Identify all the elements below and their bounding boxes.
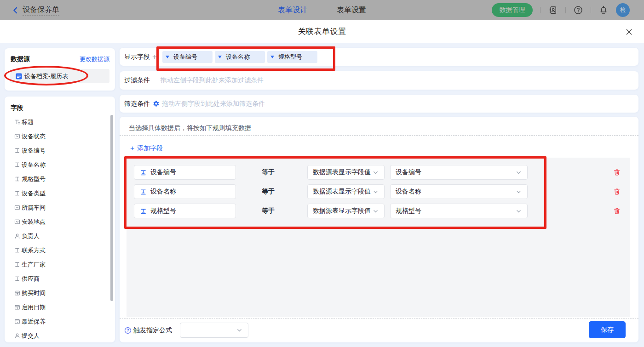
- field-list-item[interactable]: 设备名称: [5, 158, 115, 172]
- field-item-label: 设备类型: [22, 189, 46, 198]
- display-field-tag-label: 设备编号: [173, 53, 197, 61]
- filter-condition-section: 过滤条件 拖动左侧字段到此处来添加过滤条件: [120, 71, 638, 90]
- contacts-icon[interactable]: [548, 5, 558, 15]
- topbar-right: 数据管理 检: [492, 0, 630, 20]
- field-item-label: 所属车间: [22, 204, 46, 212]
- display-fields-label: 显示字段: [124, 48, 150, 66]
- rule-value-value: 设备名称: [396, 188, 421, 196]
- field-list: 标题 设备状态 设备编号 设备名称 规格型号 设备类型 所属车间 安装地点 负责…: [5, 115, 115, 342]
- caret-down-icon: [270, 56, 274, 58]
- fields-title: 字段: [11, 104, 23, 112]
- fields-scrollbar[interactable]: [110, 115, 113, 301]
- data-manage-button[interactable]: 数据管理: [492, 3, 533, 17]
- modal-title: 关联表单设置: [0, 20, 644, 43]
- field-list-item[interactable]: 设备编号: [5, 143, 115, 158]
- add-field-label: 添加字段: [137, 144, 163, 153]
- field-list-item[interactable]: 启用日期: [5, 300, 115, 314]
- divider: [591, 7, 591, 13]
- field-list-item[interactable]: 负责人: [5, 229, 115, 243]
- modal-header: 关联表单设置: [0, 20, 644, 43]
- select-field-icon: [14, 133, 20, 140]
- delete-rule-icon[interactable]: [613, 188, 621, 195]
- field-item-label: 安装地点: [22, 218, 46, 226]
- fill-rule-row: 规格型号 等于 数据源表显示字段值 规格型号: [126, 204, 630, 218]
- rule-field-input[interactable]: 设备名称: [134, 184, 236, 199]
- change-datasource-link[interactable]: 更改数据源: [80, 55, 109, 63]
- help-icon[interactable]: [573, 5, 583, 15]
- plus-icon: +: [130, 144, 134, 153]
- rule-value-select[interactable]: 设备编号: [390, 165, 528, 180]
- rule-source-select[interactable]: 数据源表显示字段值: [307, 165, 385, 180]
- save-button[interactable]: 保存: [589, 321, 626, 338]
- chevron-down-icon: [373, 170, 379, 176]
- rule-field-label: 设备名称: [150, 188, 176, 196]
- rule-field-input[interactable]: 规格型号: [134, 204, 236, 218]
- rule-value-value: 规格型号: [396, 207, 421, 215]
- add-display-field-button[interactable]: +: [152, 48, 157, 66]
- fill-rules-section: 当选择具体数据后，将按如下规则填充数据 + 添加字段 设备编号 等于 数据源表显…: [120, 117, 638, 342]
- bell-icon[interactable]: [598, 5, 609, 15]
- user-field-icon: [14, 233, 20, 239]
- rule-operator: 等于: [262, 184, 275, 199]
- add-field-button[interactable]: + 添加字段: [130, 144, 163, 153]
- filter-condition-placeholder[interactable]: 拖动左侧字段到此处来添加过滤条件: [161, 76, 264, 85]
- caret-down-icon: [166, 56, 169, 58]
- avatar[interactable]: 检: [616, 3, 630, 17]
- tab-form-design[interactable]: 表单设计: [278, 6, 307, 15]
- gear-icon[interactable]: [153, 100, 160, 108]
- rule-value-select[interactable]: 规格型号: [390, 204, 528, 218]
- tab-form-settings[interactable]: 表单设置: [337, 6, 366, 15]
- close-icon[interactable]: [625, 28, 632, 35]
- field-list-item[interactable]: 提交人: [5, 329, 115, 342]
- chevron-down-icon: [516, 170, 522, 176]
- date-field-icon: [14, 304, 20, 311]
- rule-field-input[interactable]: 设备编号: [134, 165, 236, 180]
- field-list-item[interactable]: 联系方式: [5, 243, 115, 257]
- rule-field-label: 规格型号: [150, 207, 176, 215]
- display-field-tag[interactable]: 设备名称: [215, 51, 265, 63]
- field-item-label: 设备状态: [22, 132, 46, 141]
- rule-value-select[interactable]: 设备名称: [390, 184, 528, 199]
- datasource-panel: 数据源 更改数据源 设备档案-履历表: [5, 48, 115, 91]
- field-list-item[interactable]: 设备状态: [5, 129, 115, 143]
- rule-source-select[interactable]: 数据源表显示字段值: [307, 184, 385, 199]
- field-item-label: 规格型号: [22, 175, 46, 183]
- rules-panel: 设备编号 等于 数据源表显示字段值 设备编号 设备名称 等于 数据源表: [126, 158, 630, 317]
- field-item-label: 联系方式: [22, 246, 46, 255]
- field-list-item[interactable]: 标题: [5, 115, 115, 129]
- text-field-icon: [14, 176, 20, 182]
- filter-condition-label: 过滤条件: [124, 76, 150, 85]
- text-field-icon: [14, 247, 20, 254]
- rule-operator: 等于: [262, 165, 275, 180]
- screen-condition-placeholder[interactable]: 拖动左侧字段到此处来添加筛选条件: [162, 100, 265, 108]
- formula-label: 触发指定公式: [133, 319, 172, 342]
- formula-help-icon[interactable]: [124, 327, 132, 334]
- fill-rule-row: 设备名称 等于 数据源表显示字段值 设备名称: [126, 184, 630, 199]
- delete-rule-icon[interactable]: [613, 207, 621, 215]
- topbar: 设备保养单 表单设计 表单设置 数据管理 检: [0, 0, 644, 20]
- display-field-tag[interactable]: 设备编号: [162, 51, 213, 63]
- text-field-icon: [14, 162, 20, 168]
- field-list-item[interactable]: 规格型号: [5, 172, 115, 186]
- date-field-icon: [14, 290, 20, 296]
- field-list-item[interactable]: 所属车间: [5, 200, 115, 215]
- datasource-item[interactable]: 设备档案-履历表: [10, 69, 109, 83]
- fields-panel: 字段 标题 设备状态 设备编号 设备名称 规格型号 设备类型 所属车间 安装地点…: [5, 97, 115, 342]
- field-list-item[interactable]: 购买时间: [5, 286, 115, 300]
- delete-rule-icon[interactable]: [613, 169, 621, 176]
- field-list-item[interactable]: 设备类型: [5, 186, 115, 200]
- formula-select[interactable]: [180, 323, 248, 338]
- rule-operator: 等于: [262, 204, 275, 218]
- display-field-tag[interactable]: 规格型号: [267, 51, 317, 63]
- divider: [565, 7, 566, 13]
- field-list-item[interactable]: 生产厂家: [5, 257, 115, 272]
- datasource-title: 数据源: [11, 55, 30, 63]
- title-field-icon: [14, 119, 20, 125]
- field-list-item[interactable]: 安装地点: [5, 215, 115, 229]
- field-list-item[interactable]: 供应商: [5, 272, 115, 286]
- rule-field-label: 设备编号: [150, 168, 176, 176]
- field-item-label: 标题: [22, 118, 34, 126]
- rule-source-select[interactable]: 数据源表显示字段值: [307, 204, 385, 218]
- rule-source-value: 数据源表显示字段值: [313, 168, 371, 176]
- field-list-item[interactable]: 最近保养: [5, 314, 115, 329]
